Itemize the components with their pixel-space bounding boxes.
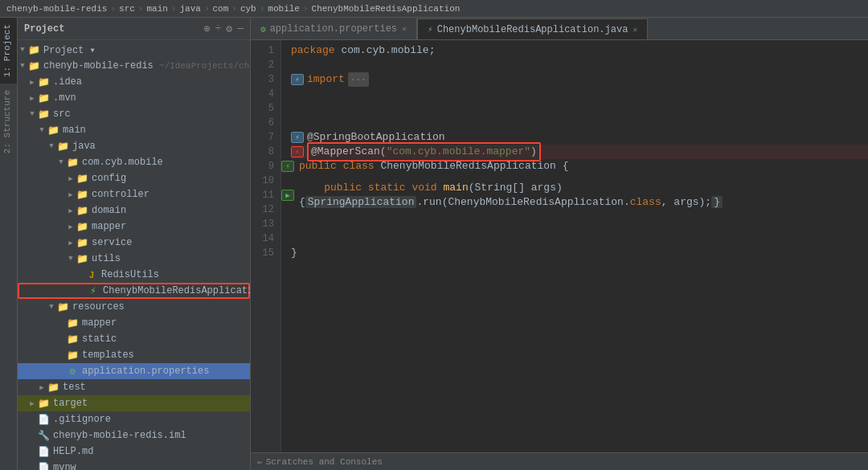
code-line-1: package com.cyb.mobile;	[291, 43, 868, 58]
label-src: src	[53, 108, 71, 120]
breadcrumb-com: com	[212, 4, 228, 14]
tree-item-controller[interactable]: ▶ 📁 controller	[18, 186, 250, 202]
divide-icon[interactable]: ÷	[215, 22, 222, 35]
tab-bar: ⚙ application.properties ✕ ⚡ ChenybMobil…	[251, 18, 868, 40]
tree-item-mvn[interactable]: ▶ 📁 .mvn	[18, 90, 250, 106]
label-com-cyb: com.cyb.mobile	[82, 157, 163, 168]
tree-item-iml[interactable]: 🔧 chenyb-mobile-redis.iml	[18, 427, 250, 443]
code-line-11: ▶ public static void main(String[] args)…	[291, 188, 868, 202]
tab-structure[interactable]: 2: Structure	[0, 84, 17, 160]
tree-item-service[interactable]: ▶ 📁 service	[18, 235, 250, 251]
breadcrumb-src: src	[119, 4, 135, 14]
folder-icon-static: 📁	[66, 333, 79, 345]
folder-icon-main: 📁	[47, 124, 59, 137]
tree-item-static[interactable]: 📁 static	[18, 331, 250, 347]
arrow-mapper: ▶	[66, 219, 76, 235]
properties-close-btn[interactable]: ✕	[402, 24, 407, 34]
tree-item-utils[interactable]: ▼ 📁 utils	[18, 251, 250, 267]
folder-icon-mapper-res: 📁	[66, 317, 79, 329]
arrow-config: ▶	[66, 170, 76, 186]
bottom-bar: ✏ Scratches and Consoles	[251, 452, 868, 470]
arrow-app-properties	[56, 363, 66, 379]
arrow-iml	[27, 427, 37, 443]
folder-icon-mvn: 📁	[37, 92, 50, 104]
scratches-consoles-btn[interactable]: ✏ Scratches and Consoles	[257, 456, 383, 467]
left-tabs: 1: Project 2: Structure	[0, 18, 18, 470]
tree-item-test[interactable]: ▶ 📁 test	[18, 379, 250, 395]
tab-project[interactable]: 1: Project	[0, 18, 17, 84]
label-controller: controller	[92, 189, 149, 200]
arrow-gitignore	[27, 411, 37, 427]
tree-item-target[interactable]: ▶ 📁 target	[18, 395, 250, 411]
collapse-icon[interactable]: —	[237, 22, 244, 35]
folder-icon-utils: 📁	[76, 252, 88, 265]
java-tab-icon: ⚡	[428, 24, 433, 35]
tree-item-idea[interactable]: ▶ 📁 .idea	[18, 74, 250, 90]
label-mvn: .mvn	[53, 92, 76, 104]
arrow-src: ▼	[27, 106, 37, 122]
arrow-resources: ▼	[47, 299, 56, 315]
tree-item-domain[interactable]: ▶ 📁 domain	[18, 202, 250, 219]
arrow-mapper-res	[56, 315, 66, 331]
tree-item-redisutils[interactable]: J RedisUtils	[18, 267, 250, 283]
tree-item-chenyb[interactable]: ▼ 📁 chenyb-mobile-redis ~/IdeaProjects/c…	[18, 58, 250, 74]
folder-icon-domain: 📁	[76, 204, 88, 217]
tree-item-templates[interactable]: 📁 templates	[18, 347, 250, 363]
label-idea: .idea	[53, 76, 82, 88]
label-app-properties: application.properties	[82, 366, 209, 377]
java-icon-redisutils: J	[85, 268, 98, 281]
springboot-icon: ⚡	[87, 284, 100, 297]
label-config: config	[92, 173, 126, 184]
label-service: service	[92, 237, 132, 248]
arrow-idea: ▶	[27, 74, 37, 90]
tree-item-mapper[interactable]: ▶ 📁 mapper	[18, 219, 250, 235]
label-target: target	[53, 398, 88, 409]
label-gitignore: .gitignore	[53, 414, 111, 425]
tree-item-main[interactable]: ▼ 📁 main	[18, 122, 250, 138]
label-resources: resources	[72, 301, 125, 313]
tree-item-helpmd[interactable]: 📄 HELP.md	[18, 443, 250, 460]
arrow-project: ▼	[18, 42, 27, 58]
tree-item-com-cyb[interactable]: ▼ 📁 com.cyb.mobile	[18, 154, 250, 170]
label-chenyb: chenyb-mobile-redis ~/IdeaProjects/che	[43, 60, 250, 72]
tree-item-main-app[interactable]: ⚡ ChenybMobileRedisApplicati	[18, 283, 250, 299]
label-mvnw: mvnw	[53, 462, 76, 470]
code-line-8: ⚡ @MapperScan("com.cyb.mobile.mapper")	[291, 145, 868, 159]
properties-tab-label: application.properties	[270, 23, 397, 35]
gear-icon[interactable]: ⚙	[226, 22, 232, 35]
arrow-main: ▼	[37, 122, 47, 138]
breadcrumb-mobile: mobile	[268, 4, 300, 14]
breadcrumb-cyb: cyb	[240, 4, 256, 14]
tree-item-mvnw[interactable]: 📄 mvnw	[18, 460, 250, 470]
tree-item-config[interactable]: ▶ 📁 config	[18, 170, 250, 186]
folder-icon-target: 📁	[37, 397, 50, 410]
tab-main-java[interactable]: ⚡ ChenybMobileRedisApplication.java ✕	[417, 18, 648, 39]
label-iml: chenyb-mobile-redis.iml	[53, 430, 186, 441]
tree-item-project[interactable]: ▼ 📁 Project ▾	[18, 42, 250, 58]
label-test: test	[63, 382, 86, 393]
add-icon[interactable]: ⊕	[204, 22, 211, 35]
md-icon: 📄	[37, 445, 50, 458]
java-close-btn[interactable]: ✕	[633, 25, 637, 35]
tree-item-java[interactable]: ▼ 📁 java	[18, 138, 250, 154]
arrow-java: ▼	[47, 138, 56, 154]
mvnw-icon: 📄	[37, 461, 50, 470]
folder-icon-mapper: 📁	[76, 220, 88, 233]
tree-item-app-properties[interactable]: ⚙ application.properties	[18, 363, 250, 379]
breadcrumb-sep: ›	[110, 4, 116, 14]
tree-item-mapper-res[interactable]: 📁 mapper	[18, 315, 250, 331]
properties-tab-icon: ⚙	[260, 24, 266, 35]
title-bar: chenyb-mobile-redis › src › main › java …	[0, 0, 868, 18]
project-icon: 📁	[27, 59, 40, 72]
line-numbers: 1 2 3 4 5 6 7 8 9 10 11 12 13 14 15	[251, 40, 281, 452]
tab-properties[interactable]: ⚙ application.properties ✕	[251, 18, 417, 39]
arrow-helpmd	[27, 443, 37, 460]
code-content[interactable]: package com.cyb.mobile; ⚡ import ···	[281, 40, 868, 452]
arrow-mvnw	[27, 460, 37, 470]
tree-item-resources[interactable]: ▼ 📁 resources	[18, 299, 250, 315]
tree-item-src[interactable]: ▼ 📁 src	[18, 106, 250, 122]
tree-item-gitignore[interactable]: 📄 .gitignore	[18, 411, 250, 427]
folder-icon-java: 📁	[56, 140, 69, 153]
main-layout: 1: Project 2: Structure Project ⊕ ÷ ⚙ — …	[0, 18, 868, 470]
run-icon[interactable]: ▶	[281, 190, 294, 201]
